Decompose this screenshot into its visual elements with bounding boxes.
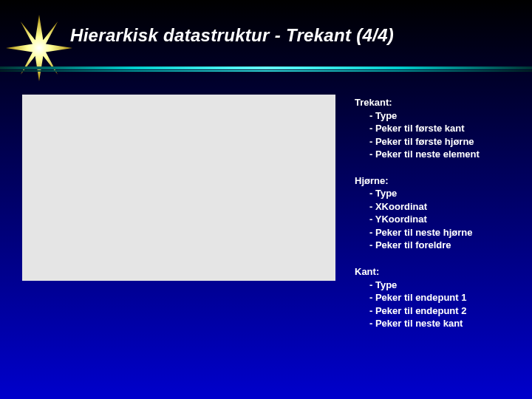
page-title: Hierarkisk datastruktur - Trekant (4/4): [70, 25, 394, 46]
list-item: - YKoordinat: [355, 213, 480, 226]
list-item: - XKoordinat: [355, 200, 480, 214]
list-item: - Peker til foreldre: [355, 239, 480, 252]
list-item: - Peker til første hjørne: [355, 135, 480, 149]
list-item: - Type: [355, 187, 480, 200]
list-item: - Peker til endepunt 1: [355, 291, 480, 304]
content-list: Trekant: - Type - Peker til første kant …: [355, 96, 480, 344]
group-hjorne: Hjørne: - Type - XKoordinat - YKoordinat…: [355, 174, 480, 252]
list-item: - Peker til neste kant: [355, 317, 480, 330]
group-trekant: Trekant: - Type - Peker til første kant …: [355, 96, 480, 161]
group-kant: Kant: - Type - Peker til endepunt 1 - Pe…: [355, 265, 480, 330]
list-item: - Peker til endepunt 2: [355, 304, 480, 318]
slide-header: Hierarkisk datastruktur - Trekant (4/4): [0, 16, 532, 68]
list-item: - Type: [355, 109, 480, 123]
list-item: - Type: [355, 279, 480, 292]
group-label: Hjørne:: [355, 174, 480, 188]
group-label: Kant:: [355, 265, 480, 279]
image-placeholder: [22, 95, 335, 281]
group-label: Trekant:: [355, 96, 480, 109]
list-item: - Peker til neste element: [355, 148, 480, 161]
list-item: - Peker til første kant: [355, 122, 480, 135]
list-item: - Peker til neste hjørne: [355, 226, 480, 239]
divider: [0, 66, 532, 72]
